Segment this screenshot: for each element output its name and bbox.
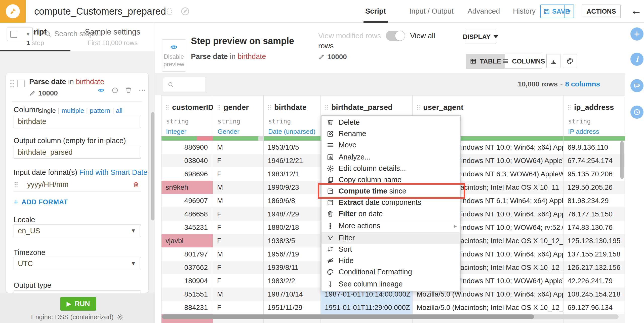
add-button[interactable] bbox=[630, 27, 643, 41]
select-all-checkbox[interactable] bbox=[10, 31, 17, 38]
table-vertical-scrollbar[interactable] bbox=[620, 141, 624, 179]
column-storage-type: string bbox=[218, 118, 240, 125]
column-mode-multiple[interactable]: multiple bbox=[62, 107, 84, 114]
view-table-button[interactable]: TABLE bbox=[466, 54, 505, 69]
menu-item-copy-column-name[interactable]: Copy column name bbox=[321, 174, 460, 185]
info-button[interactable]: i bbox=[630, 53, 643, 66]
calendar-icon bbox=[327, 187, 334, 195]
date-format-row[interactable]: yyyy/HH/mm bbox=[14, 178, 141, 191]
view-modified-rows-label[interactable]: View modified rows bbox=[318, 32, 381, 40]
save-dropdown-caret-icon[interactable]: ▼ bbox=[565, 9, 574, 14]
menu-item-hide[interactable]: Hide bbox=[321, 255, 460, 266]
menu-item-see-column-lineage[interactable]: See column lineage bbox=[321, 278, 460, 290]
drag-handle-icon[interactable] bbox=[267, 104, 272, 111]
drag-handle-icon[interactable] bbox=[165, 104, 170, 111]
menu-item-label: More actions bbox=[339, 222, 380, 230]
run-button[interactable]: ▶ RUN bbox=[60, 297, 96, 311]
column-meaning-link[interactable]: IP address bbox=[568, 128, 599, 136]
preview-eye-icon[interactable] bbox=[97, 86, 105, 94]
column-header-birthdate[interactable]: birthdatestringDate (unparsed) bbox=[264, 95, 321, 136]
active-top-tab-underline bbox=[364, 21, 388, 23]
output-column-input[interactable]: birthdate_parsed bbox=[14, 146, 141, 159]
view-all-toggle[interactable] bbox=[386, 31, 405, 41]
cell-customerID: 496907 bbox=[162, 194, 213, 207]
table-horizontal-scrollbar[interactable] bbox=[162, 314, 619, 319]
drag-handle-icon[interactable] bbox=[416, 104, 421, 111]
coloring-palette-button[interactable] bbox=[563, 54, 577, 68]
step-card-parse-date[interactable]: Parse date in birthdate 10000 bbox=[6, 73, 148, 293]
menu-item-sort[interactable]: Sort bbox=[321, 244, 460, 255]
column-meaning-link[interactable]: Date (unparsed) bbox=[268, 128, 315, 136]
row-view-toggle-block: View modified rows View all rows 10000 bbox=[318, 30, 459, 61]
column-mode-single[interactable]: single bbox=[39, 107, 56, 115]
menu-item-compute-time[interactable]: Compute time since bbox=[321, 185, 460, 197]
table-search-input[interactable] bbox=[163, 77, 206, 92]
smart-date-link[interactable]: Find with Smart Date bbox=[79, 168, 147, 176]
remove-format-trash-icon[interactable] bbox=[132, 181, 139, 188]
actions-button[interactable]: ACTIONS bbox=[582, 5, 621, 18]
drag-handle-icon[interactable] bbox=[324, 104, 329, 111]
menu-item-move[interactable]: Move bbox=[321, 139, 460, 151]
trash-icon bbox=[327, 210, 334, 218]
column-input[interactable]: birthdate bbox=[14, 115, 141, 128]
collapse-panel-arrow-icon[interactable]: ← bbox=[630, 4, 642, 17]
column-meaning-link[interactable]: Gender bbox=[218, 128, 239, 136]
dataiku-prepare-recipe-window: compute_Customers_prepared ScriptInput /… bbox=[0, 0, 644, 323]
menu-item-conditional-formatting[interactable]: Conditional Formatting bbox=[321, 266, 460, 278]
cell-ip_address: 129.50.205.26 bbox=[564, 181, 625, 194]
column-header-customerID[interactable]: customerIDstringInteger bbox=[162, 95, 213, 136]
engine-settings-gear-icon[interactable] bbox=[117, 314, 124, 321]
menu-item-analyze[interactable]: Analyze... bbox=[321, 151, 460, 163]
more-options-ellipsis-icon[interactable] bbox=[138, 86, 146, 94]
select-steps-dropdown[interactable]: ▾ bbox=[7, 27, 33, 41]
locale-select[interactable]: en_US▼ bbox=[14, 224, 141, 237]
menu-item-rename[interactable]: Rename bbox=[321, 128, 460, 139]
charts-button[interactable] bbox=[546, 54, 560, 68]
menu-item-more-actions[interactable]: More actions▸ bbox=[321, 220, 460, 232]
drag-handle-icon[interactable] bbox=[567, 104, 572, 111]
drag-handle-icon[interactable] bbox=[9, 79, 15, 88]
column-mode-pattern[interactable]: pattern bbox=[90, 107, 110, 114]
sidebar-scrollbar[interactable] bbox=[151, 112, 154, 220]
view-all-label[interactable]: View all bbox=[410, 32, 435, 40]
disable-preview-button[interactable]: Disable preview bbox=[162, 39, 186, 72]
menu-item-delete[interactable]: Delete bbox=[321, 117, 460, 128]
add-format-button[interactable]: + ADD FORMAT bbox=[14, 198, 68, 207]
menu-item-filter[interactable]: Filter on date bbox=[321, 208, 460, 219]
column-header-gender[interactable]: genderstringGender bbox=[213, 95, 264, 136]
drag-handle-icon[interactable] bbox=[217, 104, 221, 111]
top-tab-script[interactable]: Script bbox=[364, 0, 388, 22]
menu-item-label: Move bbox=[339, 141, 356, 149]
drag-handle-icon[interactable] bbox=[14, 181, 19, 188]
output-type-select[interactable] bbox=[14, 290, 141, 293]
date-format-value[interactable]: yyyy/HH/mm bbox=[27, 180, 132, 189]
columns-count-link[interactable]: 8 columns bbox=[565, 80, 600, 88]
view-columns-button[interactable]: COLUMNS bbox=[505, 54, 542, 69]
discussions-button[interactable] bbox=[630, 79, 643, 92]
menu-item-edit-column-details[interactable]: Edit column details... bbox=[321, 163, 460, 174]
search-steps-input[interactable]: Search steps... bbox=[54, 30, 103, 38]
menu-item-label: Delete bbox=[339, 118, 360, 126]
disable-step-power-icon[interactable] bbox=[111, 86, 119, 94]
delete-step-trash-icon[interactable] bbox=[125, 86, 132, 94]
plus-icon bbox=[633, 30, 641, 38]
history-button[interactable] bbox=[630, 106, 643, 119]
column-header-ip_address[interactable]: ip_addressstringIP address bbox=[564, 95, 625, 136]
cell-ip_address: 126.217.132.156 bbox=[564, 261, 625, 274]
column-meaning-link[interactable]: Integer bbox=[166, 128, 186, 136]
top-tab-advanced[interactable]: Advanced bbox=[467, 0, 501, 22]
column-mode-all[interactable]: all bbox=[116, 107, 123, 114]
timezone-select[interactable]: UTC▼ bbox=[14, 257, 141, 270]
top-tab-input-output[interactable]: Input / Output bbox=[408, 0, 455, 22]
chevron-down-icon: ▼ bbox=[131, 228, 136, 234]
step-checkbox[interactable] bbox=[17, 80, 25, 87]
table-summary: 10,000 rows - 8 columns bbox=[518, 73, 600, 95]
top-tab-history[interactable]: History bbox=[512, 0, 537, 22]
menu-item-extract[interactable]: Extract date components bbox=[321, 197, 460, 208]
search-icon bbox=[44, 30, 52, 38]
cell-customerID: 851551 bbox=[162, 287, 213, 301]
cell-gender: M bbox=[213, 194, 264, 207]
display-dropdown-button[interactable]: DISPLAY bbox=[465, 30, 496, 44]
menu-item-filter[interactable]: Filter bbox=[321, 232, 460, 244]
save-button[interactable]: SAVE ▼ bbox=[540, 5, 574, 18]
